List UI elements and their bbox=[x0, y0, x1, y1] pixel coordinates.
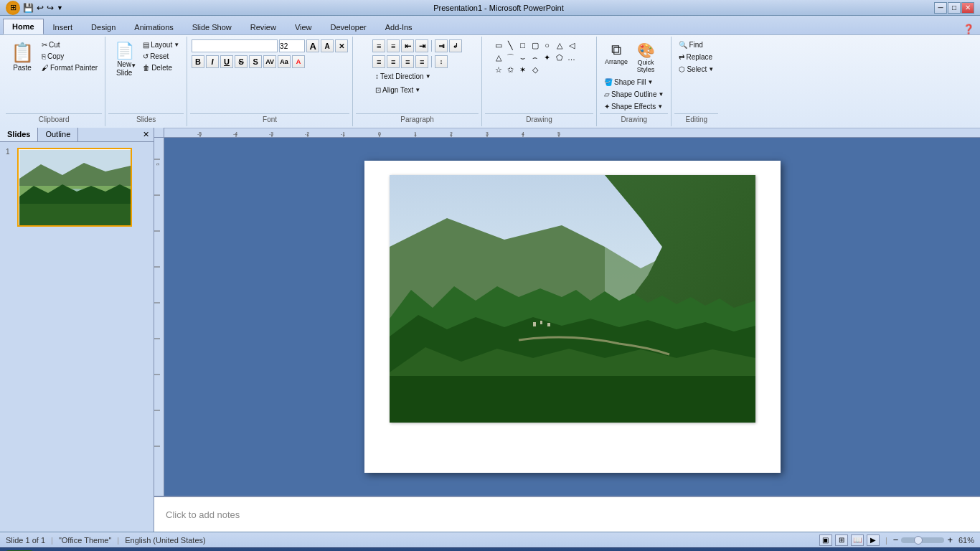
replace-button[interactable]: ⇄ Replace bbox=[676, 52, 715, 62]
slideshow-button[interactable]: ▶ bbox=[867, 534, 880, 546]
new-slide-button[interactable]: 📄 NewSlide ▼ bbox=[110, 39, 138, 80]
zoom-decrease-button[interactable]: − bbox=[893, 534, 899, 545]
slide-viewport[interactable] bbox=[164, 138, 980, 496]
shape-star[interactable]: ✦ bbox=[542, 52, 553, 63]
shape-heart[interactable]: ⌢ bbox=[529, 52, 541, 63]
normal-view-button[interactable]: ▣ bbox=[819, 534, 832, 546]
layout-button[interactable]: ▤ Layout ▼ bbox=[140, 39, 182, 50]
tab-view[interactable]: View bbox=[286, 19, 321, 34]
select-label: Select bbox=[687, 65, 707, 73]
shape-freeform[interactable]: ⌣ bbox=[517, 52, 529, 63]
office-logo: ⊞ bbox=[6, 1, 20, 15]
tab-animations[interactable]: Animations bbox=[125, 19, 182, 34]
tab-insert[interactable]: Insert bbox=[44, 19, 83, 34]
slide-sorter-button[interactable]: ⊞ bbox=[835, 534, 848, 546]
tab-design[interactable]: Design bbox=[82, 19, 125, 34]
drawing-label: Drawing bbox=[485, 113, 593, 125]
find-button[interactable]: 🔍 Find bbox=[676, 39, 705, 50]
zoom-slider[interactable] bbox=[901, 537, 944, 543]
shape-diamond[interactable]: ◇ bbox=[529, 64, 541, 75]
maximize-button[interactable]: □ bbox=[948, 2, 961, 14]
slide-thumbnail-1[interactable]: 1 bbox=[6, 148, 148, 227]
bullets-button[interactable]: ≡ bbox=[372, 39, 385, 52]
tab-slideshow[interactable]: Slide Show bbox=[183, 19, 241, 34]
ribbon-help[interactable]: ❓ bbox=[963, 24, 974, 34]
cut-button[interactable]: ✂ Cut bbox=[39, 39, 100, 50]
shape-rtriangle[interactable]: ◁ bbox=[566, 39, 578, 51]
zoom-increase-button[interactable]: + bbox=[947, 534, 953, 545]
shape-curve[interactable]: ⌒ bbox=[505, 52, 517, 63]
shape-more[interactable]: … bbox=[566, 52, 578, 63]
font-family-input[interactable] bbox=[192, 39, 278, 52]
bold-button[interactable]: B bbox=[192, 55, 204, 68]
shape-rectangle[interactable]: ▭ bbox=[493, 39, 504, 51]
tab-developer[interactable]: Developer bbox=[321, 19, 376, 34]
shape-pentagon[interactable]: ⬠ bbox=[554, 52, 565, 63]
shape-oval[interactable]: ○ bbox=[542, 39, 553, 51]
underline-button[interactable]: U bbox=[220, 55, 233, 68]
quick-access-undo[interactable]: ↩ bbox=[37, 3, 44, 13]
replace-icon: ⇄ bbox=[679, 53, 684, 61]
font-size-input[interactable] bbox=[279, 39, 305, 52]
align-text-label: Align Text bbox=[382, 86, 413, 94]
reading-view-button[interactable]: 📖 bbox=[851, 534, 864, 546]
select-button[interactable]: ⬡ Select ▼ bbox=[676, 64, 717, 75]
arrange-button[interactable]: ⧉ Arrange bbox=[601, 39, 631, 75]
slide-thumb-image[interactable] bbox=[17, 148, 132, 227]
numbered-button[interactable]: ≡ bbox=[387, 39, 400, 52]
tab-review[interactable]: Review bbox=[241, 19, 286, 34]
copy-button[interactable]: ⎘ Copy bbox=[39, 51, 100, 62]
zoom-thumb[interactable] bbox=[914, 536, 923, 545]
align-left-button[interactable]: ≡ bbox=[372, 55, 385, 68]
close-button[interactable]: ✕ bbox=[961, 2, 974, 14]
shape-cross[interactable]: ✶ bbox=[517, 64, 529, 75]
quick-access-redo[interactable]: ↪ bbox=[47, 3, 54, 13]
tab-addins[interactable]: Add-Ins bbox=[376, 19, 422, 34]
line-spacing-button[interactable]: ↕ bbox=[435, 55, 448, 68]
shape-rect[interactable]: □ bbox=[517, 39, 529, 51]
delete-button[interactable]: 🗑 Delete bbox=[140, 62, 182, 73]
align-text-button[interactable]: ⊡ Align Text ▼ bbox=[372, 85, 423, 95]
italic-button[interactable]: I bbox=[206, 55, 219, 68]
align-center-button[interactable]: ≡ bbox=[387, 55, 400, 68]
rtl-button[interactable]: ↲ bbox=[449, 39, 462, 52]
slides-small-btns: ▤ Layout ▼ ↺ Reset 🗑 Delete bbox=[140, 39, 182, 73]
shape-rounded-rect[interactable]: ▢ bbox=[529, 39, 541, 51]
shape-outline-button[interactable]: ▱ Shape Outline ▼ bbox=[601, 89, 666, 100]
shape-triangle[interactable]: △ bbox=[554, 39, 565, 51]
slide-canvas[interactable] bbox=[364, 161, 781, 473]
shape-line[interactable]: ╲ bbox=[505, 39, 517, 51]
shadow-button[interactable]: S bbox=[249, 55, 262, 68]
font-size-increase-button[interactable]: A bbox=[306, 39, 319, 52]
shape-fill-button[interactable]: 🪣 Shape Fill ▼ bbox=[601, 77, 656, 88]
outline-tab[interactable]: Outline bbox=[38, 128, 78, 141]
increase-indent-button[interactable]: ⇥ bbox=[415, 39, 428, 52]
quick-access-dropdown[interactable]: ▼ bbox=[57, 4, 63, 11]
shape-arrow[interactable]: △ bbox=[493, 52, 504, 63]
shape-banner[interactable]: ✩ bbox=[505, 64, 517, 75]
slide-panel-close-button[interactable]: ✕ bbox=[138, 128, 154, 141]
font-size-decrease-button[interactable]: A bbox=[321, 39, 334, 52]
paste-button[interactable]: 📋 Paste bbox=[7, 39, 37, 74]
col-layout-button[interactable]: ⫥ bbox=[435, 39, 448, 52]
quick-styles-button[interactable]: 🎨 QuickStyles bbox=[633, 39, 659, 75]
slides-tab[interactable]: Slides bbox=[0, 128, 38, 141]
tab-home[interactable]: Home bbox=[3, 19, 44, 34]
shape-effects-button[interactable]: ✦ Shape Effects ▼ bbox=[601, 101, 666, 112]
reset-button[interactable]: ↺ Reset bbox=[140, 51, 182, 62]
new-slide-dropdown[interactable]: ▼ bbox=[131, 62, 136, 69]
shape-callout[interactable]: ☆ bbox=[493, 64, 504, 75]
clear-formatting-button[interactable]: ✕ bbox=[335, 39, 348, 52]
notes-area[interactable]: Click to add notes bbox=[154, 496, 980, 532]
align-right-button[interactable]: ≡ bbox=[401, 55, 414, 68]
font-color-button[interactable]: A bbox=[292, 55, 305, 68]
spacing-button[interactable]: AV bbox=[263, 55, 276, 68]
strikethrough-button[interactable]: S bbox=[235, 55, 248, 68]
text-direction-button[interactable]: ↕ Text Direction ▼ bbox=[372, 71, 434, 82]
minimize-button[interactable]: ─ bbox=[934, 2, 947, 14]
justify-button[interactable]: ≡ bbox=[415, 55, 428, 68]
quick-access-save[interactable]: 💾 bbox=[23, 3, 34, 13]
case-button[interactable]: Aa bbox=[278, 55, 291, 68]
format-painter-button[interactable]: 🖌 Format Painter bbox=[39, 62, 100, 73]
decrease-indent-button[interactable]: ⇤ bbox=[401, 39, 414, 52]
